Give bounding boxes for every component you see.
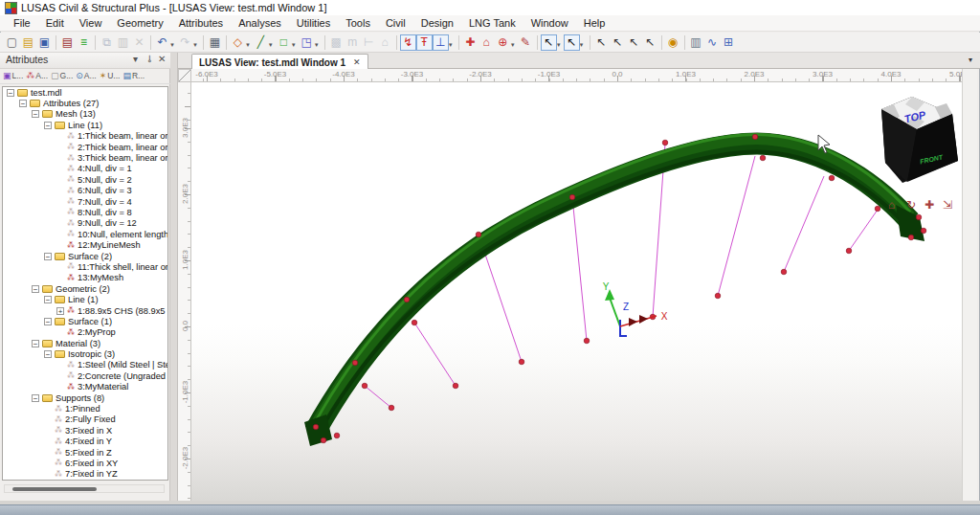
open-file-button[interactable]: ▤ bbox=[20, 34, 36, 51]
process-button[interactable]: ≡ bbox=[76, 34, 92, 51]
tree-item[interactable]: −Supports (8) bbox=[3, 392, 167, 403]
orbit-view-icon[interactable]: ↻ bbox=[906, 198, 916, 212]
node-dot[interactable] bbox=[781, 269, 787, 275]
node-dot[interactable] bbox=[519, 359, 524, 365]
menu-help[interactable]: Help bbox=[576, 16, 613, 30]
hanger-line[interactable] bbox=[849, 210, 878, 251]
node-dot[interactable] bbox=[829, 175, 835, 181]
panel-close-icon[interactable]: ✕ bbox=[158, 54, 166, 64]
reports-tab[interactable]: ▤R... bbox=[122, 71, 145, 80]
tree-item[interactable]: −Line (11) bbox=[3, 120, 167, 130]
menu-attributes[interactable]: Attributes bbox=[171, 16, 231, 30]
select-lines-cursor-button[interactable]: ↖ bbox=[610, 34, 626, 51]
node-dot[interactable] bbox=[760, 155, 766, 161]
tree-item[interactable]: ⁂1:Pinned bbox=[3, 403, 167, 414]
new-point-button[interactable]: ◇ bbox=[230, 34, 246, 51]
node-dot[interactable] bbox=[412, 320, 417, 325]
tree-item[interactable]: ⁂3:Fixed in X bbox=[3, 425, 167, 436]
tree-item[interactable]: −Geometric (2) bbox=[3, 283, 167, 294]
tree-horizontal-scrollbar[interactable] bbox=[4, 484, 165, 493]
menu-civil[interactable]: Civil bbox=[378, 16, 413, 30]
new-surface-button[interactable]: □ bbox=[276, 34, 292, 51]
navigation-cube[interactable]: TOP FRONT bbox=[881, 97, 958, 183]
print-button[interactable]: ▦ bbox=[207, 34, 223, 51]
copy-button[interactable]: ⧉ bbox=[99, 34, 115, 51]
select-surfaces-cursor-button[interactable]: ↖ bbox=[626, 34, 642, 51]
tree-scrollbar-thumb[interactable] bbox=[12, 487, 97, 491]
graph-wizard-button[interactable]: ∿ bbox=[704, 34, 721, 51]
tree-item[interactable]: ⁂3:MyMaterial bbox=[3, 382, 167, 392]
tree-collapse-icon[interactable]: − bbox=[32, 394, 39, 402]
tree-item[interactable]: ⁂8:Null, div = 8 bbox=[3, 207, 167, 217]
tree-item[interactable]: ⁂4:Fixed in Y bbox=[3, 437, 167, 447]
paste-button[interactable]: ▥ bbox=[115, 34, 131, 51]
assign-attribute-button[interactable]: ↯ bbox=[400, 34, 416, 51]
tree-item[interactable]: −Isotropic (3) bbox=[3, 348, 167, 359]
new-file-button[interactable]: ▢ bbox=[4, 34, 20, 51]
node-dot[interactable] bbox=[321, 437, 326, 443]
tree-item[interactable]: ⁂6:Fixed in XY bbox=[3, 458, 167, 468]
render-options-button[interactable]: ◉ bbox=[665, 34, 681, 51]
hanger-line[interactable] bbox=[718, 156, 755, 296]
view-vertical-scrollbar[interactable] bbox=[962, 69, 977, 501]
tree-item[interactable]: ⁂5:Null, div = 2 bbox=[3, 174, 167, 185]
tree-item[interactable]: ⁂9:Null, div = 12 bbox=[3, 218, 167, 229]
node-dot[interactable] bbox=[569, 194, 575, 200]
tree-item[interactable]: ⁂2:Concrete (Ungraded | bbox=[3, 370, 167, 381]
tree-collapse-icon[interactable]: − bbox=[32, 110, 39, 118]
select-cursor-button[interactable]: ↖ bbox=[541, 34, 557, 51]
hanger-line[interactable] bbox=[572, 197, 587, 341]
tree-item[interactable]: ⁂10:Null, element length bbox=[3, 229, 167, 239]
menu-lng-tank[interactable]: LNG Tank bbox=[461, 16, 523, 30]
new-volume-button[interactable]: ◳ bbox=[299, 34, 315, 51]
tree-item[interactable]: −Mesh (13) bbox=[3, 109, 167, 120]
tree-item[interactable]: ⁂2:Thick beam, linear or bbox=[3, 142, 167, 152]
tree-item[interactable]: −test.mdl bbox=[3, 87, 167, 98]
tree-collapse-icon[interactable]: − bbox=[44, 350, 52, 358]
tree-item[interactable]: ⁂3:Thick beam, linear or bbox=[3, 152, 167, 163]
utilities-tab[interactable]: ✶U... bbox=[100, 71, 121, 80]
point-load-button[interactable]: ✚ bbox=[462, 34, 479, 51]
node-dot[interactable] bbox=[334, 433, 340, 438]
supports-button[interactable]: ⌂ bbox=[479, 34, 495, 51]
select-area-cursor-button[interactable]: ↖ bbox=[564, 34, 580, 51]
tree-item[interactable]: −Surface (2) bbox=[3, 251, 167, 261]
tab-list-dropdown-icon[interactable]: ▾ bbox=[969, 56, 972, 64]
node-dot[interactable] bbox=[875, 206, 880, 212]
menu-analyses[interactable]: Analyses bbox=[231, 16, 289, 30]
attributes-tab[interactable]: ⁂A... bbox=[26, 71, 48, 80]
constraint-button[interactable]: ⊢ bbox=[361, 34, 377, 51]
tree-item[interactable]: ⁂8:Fixed in XZ bbox=[3, 480, 167, 481]
node-dot[interactable] bbox=[715, 293, 721, 299]
tree-item[interactable]: ⁂12:MyLineMesh bbox=[3, 239, 167, 250]
tree-collapse-icon[interactable]: − bbox=[44, 122, 52, 129]
hanger-line[interactable] bbox=[365, 386, 391, 408]
tree-item[interactable]: ⁂4:Null, div = 1 bbox=[3, 164, 167, 174]
home-view-icon[interactable]: ⌂ bbox=[888, 198, 895, 212]
analyses-tab[interactable]: ⊙A... bbox=[76, 71, 96, 80]
tree-collapse-icon[interactable]: − bbox=[7, 89, 14, 97]
node-dot[interactable] bbox=[908, 235, 914, 240]
tree-item[interactable]: ⁂11:Thick shell, linear or bbox=[3, 261, 167, 272]
tree-item[interactable]: −Material (3) bbox=[3, 338, 167, 348]
menu-file[interactable]: File bbox=[6, 16, 38, 30]
tree-collapse-icon[interactable]: − bbox=[32, 285, 39, 293]
model-viewport[interactable]: Y Z X TOP FRONT ⌂↻✚⇲ bbox=[191, 82, 962, 501]
node-dot[interactable] bbox=[921, 228, 926, 234]
assign-mesh-button[interactable]: Ŧ bbox=[416, 34, 433, 51]
edit-load-button[interactable]: ✎ bbox=[518, 34, 534, 51]
hanger-line[interactable] bbox=[784, 176, 824, 272]
tree-item[interactable]: −Surface (1) bbox=[3, 316, 167, 326]
menu-utilities[interactable]: Utilities bbox=[289, 16, 338, 30]
hanger-line[interactable] bbox=[414, 323, 456, 386]
panel-collapse-icon[interactable]: ▾ bbox=[133, 54, 138, 64]
redo-button[interactable]: ↷ bbox=[177, 34, 193, 51]
node-dot[interactable] bbox=[584, 338, 590, 344]
tree-item[interactable]: ⁂2:Fully Fixed bbox=[3, 414, 167, 425]
mesh-lock-button[interactable]: m bbox=[345, 34, 361, 51]
node-dot[interactable] bbox=[916, 214, 922, 220]
model-properties-button[interactable]: ▤ bbox=[59, 34, 76, 51]
view-tab-close-icon[interactable]: ✕ bbox=[353, 57, 361, 67]
node-dot[interactable] bbox=[453, 383, 458, 389]
node-dot[interactable] bbox=[352, 360, 358, 366]
